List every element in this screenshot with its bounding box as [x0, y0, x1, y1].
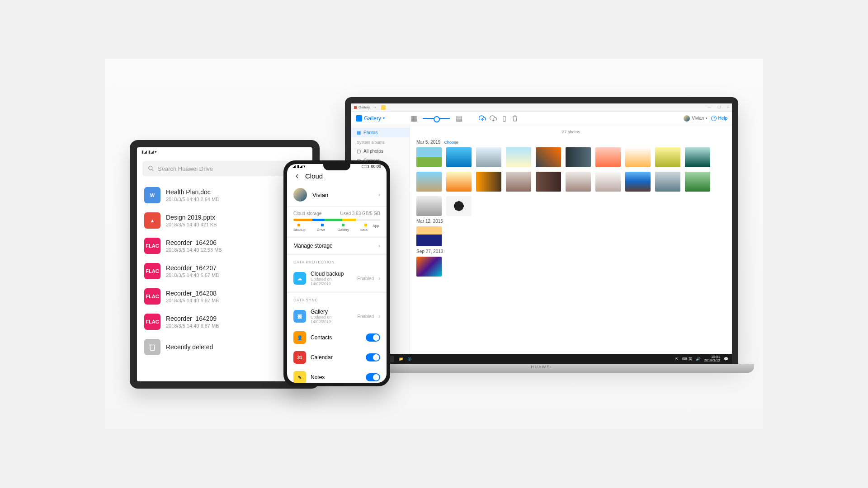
back-icon[interactable] [293, 173, 301, 180]
photo-thumbnail[interactable] [655, 172, 680, 192]
photo-thumbnail[interactable] [655, 147, 680, 167]
photo-thumbnail[interactable] [476, 147, 501, 167]
tray-notifications-icon[interactable]: 💬 [724, 357, 728, 361]
close-tab-icon[interactable]: × [374, 105, 377, 109]
avatar [293, 188, 307, 202]
photo-thumbnail[interactable] [416, 147, 442, 167]
photo-thumbnail[interactable] [536, 147, 561, 167]
photo-thumbnail[interactable] [506, 172, 531, 192]
help-link[interactable]: ?Help [711, 116, 727, 121]
status-time: 08:00 [362, 164, 381, 169]
delete-icon[interactable] [511, 115, 519, 122]
cloud-backup-status: Enabled [357, 276, 374, 281]
photo-thumbnail[interactable] [566, 147, 591, 167]
user-chip[interactable]: Vivian ▾ [684, 115, 708, 122]
calendar-sync-row[interactable]: 31 Calendar [287, 347, 387, 367]
photo-thumbnail[interactable] [595, 147, 621, 167]
photo-grid [416, 257, 726, 277]
cloud-upload-icon[interactable] [479, 115, 486, 122]
photo-thumbnail[interactable] [416, 226, 442, 246]
contacts-toggle[interactable] [366, 333, 380, 342]
sidebar-item-photos[interactable]: ▦Photos [351, 128, 410, 137]
chevron-right-icon: › [378, 313, 380, 319]
storage-section: Cloud storage Used 3.63 GB/5 GB Backup D… [287, 206, 387, 238]
task-browser-icon[interactable]: ⓔ [408, 357, 411, 361]
file-type-icon: FLAC [144, 263, 160, 279]
gallery-name: Gallery [311, 309, 353, 315]
window-min-icon[interactable]: — [708, 105, 711, 109]
laptop-device: Gallery × — ☐ × Gallery ▾ ▦ ▤ ▯ [345, 97, 738, 373]
manage-storage-row[interactable]: Manage storage › [287, 238, 387, 255]
file-meta: 2018/3/5 14:40 6.67 MB [166, 272, 219, 278]
cloud-download-icon[interactable] [490, 115, 497, 122]
profile-row[interactable]: Vivian › [287, 183, 387, 206]
list-view-icon[interactable]: ▤ [455, 115, 462, 122]
photo-thumbnail[interactable] [476, 172, 501, 192]
legend-appdata: App data [360, 224, 380, 232]
photo-thumbnail[interactable] [446, 147, 472, 167]
photo-thumbnail[interactable] [536, 172, 561, 192]
photo-thumbnail[interactable] [416, 257, 442, 277]
file-meta: 2018/3/5 14:40 6.67 MB [166, 323, 219, 328]
file-meta: 2018/3/5 14:40 421 KB [166, 222, 217, 227]
photo-thumbnail[interactable] [446, 172, 472, 192]
photo-thumbnail[interactable] [685, 172, 710, 192]
chevron-down-icon: ▾ [706, 117, 708, 120]
tray-volume-icon[interactable]: 🔊 [696, 357, 700, 361]
laptop-base: HUAWEI [329, 364, 754, 373]
zoom-slider[interactable] [423, 118, 450, 119]
notes-toggle[interactable] [366, 373, 380, 381]
contacts-icon: 👤 [293, 331, 306, 344]
photo-thumbnail[interactable] [416, 196, 442, 216]
windows-taskbar: ⊞ 的内容 🎤 📁 ⓔ ⇱ ⌨ 英 🔊 15:512019/3/12 💬 [351, 354, 732, 364]
file-name: Design 2019.pptx [166, 214, 217, 221]
file-name: Recorder_164206 [166, 239, 222, 246]
notes-name: Notes [311, 374, 361, 380]
device-icon[interactable]: ▯ [500, 115, 508, 122]
gallery-toolbar: Gallery ▾ ▦ ▤ ▯ Vivian ▾ [351, 112, 732, 125]
contacts-sync-row[interactable]: 👤 Contacts [287, 328, 387, 347]
cloud-backup-row[interactable]: ☁ Cloud backup Updated on 14/02/2019 Ena… [287, 267, 387, 293]
file-meta: 2018/3/5 14:40 12.53 MB [166, 247, 222, 253]
tray-network-icon[interactable]: ⇱ [675, 357, 679, 361]
drive-search[interactable]: Search Huawei Drive [142, 161, 307, 176]
gallery-status: Enabled [357, 314, 374, 319]
calendar-name: Calendar [311, 354, 361, 361]
photo-thumbnail[interactable] [566, 172, 591, 192]
photo-thumbnail[interactable] [595, 172, 621, 192]
window-tab-bar: Gallery × — ☐ × [351, 103, 732, 112]
window-close-icon[interactable]: × [727, 105, 729, 109]
tablet-status-bar: ▮◢ ▮◢ ▾ [137, 147, 312, 156]
choose-link[interactable]: Choose [444, 140, 458, 145]
sidebar-item-all-photos[interactable]: ▢All photos [351, 146, 410, 156]
tray-clock[interactable]: 15:512019/3/12 [704, 355, 720, 362]
storage-used: Used 3.63 GB/5 GB [340, 211, 380, 216]
tray-lang-icon[interactable]: ⌨ 英 [682, 357, 692, 361]
notes-sync-row[interactable]: ✎ Notes [287, 367, 387, 383]
photo-thumbnail[interactable] [685, 147, 710, 167]
laptop-brand: HUAWEI [531, 365, 552, 369]
window-max-icon[interactable]: ☐ [717, 105, 721, 109]
storage-legend: Backup Drive Gallery App data [293, 224, 380, 232]
calendar-toggle[interactable] [366, 353, 380, 361]
chevron-right-icon: › [378, 192, 380, 198]
phone-screen: ◢ ▮◢ ▾ 08:00 Cloud Vivian › Cloud storag… [287, 164, 387, 383]
new-tab-icon[interactable] [381, 105, 386, 110]
search-icon [148, 165, 154, 172]
grid-view-icon[interactable]: ▦ [410, 115, 417, 122]
gallery-sub: Updated on 14/02/2019 [311, 315, 353, 324]
photo-thumbnail[interactable] [416, 172, 442, 192]
profile-name: Vivian [312, 192, 373, 198]
cloud-backup-icon: ☁ [293, 272, 306, 285]
gallery-sync-row[interactable]: 🖼 Gallery Updated on 14/02/2019 Enabled … [287, 305, 387, 328]
photo-thumbnail[interactable] [446, 196, 472, 216]
manage-storage-label: Manage storage [293, 243, 333, 249]
task-explorer-icon[interactable]: 📁 [399, 357, 403, 361]
file-type-icon: FLAC [144, 288, 160, 305]
photo-thumbnail[interactable] [625, 147, 651, 167]
photo-thumbnail[interactable] [625, 172, 651, 192]
file-name: Recorder_164207 [166, 264, 219, 272]
photo-count: 37 photos [416, 129, 726, 137]
photo-thumbnail[interactable] [506, 147, 531, 167]
gallery-app-title[interactable]: Gallery ▾ [356, 115, 385, 122]
